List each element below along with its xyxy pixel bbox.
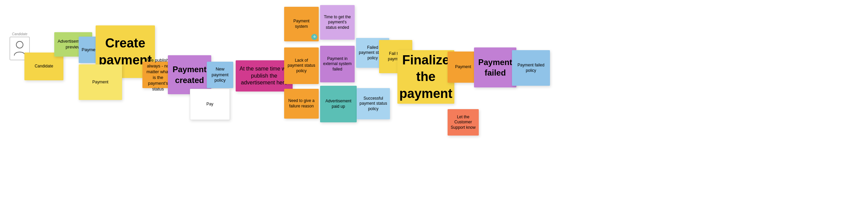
let-customer-support-sticky: Payment failed policy: [512, 50, 550, 86]
at-same-time-sticky: Pay: [190, 89, 230, 120]
new-payment-policy-sticky: Payment created: [168, 55, 211, 94]
candidate-label: Candidate: [12, 32, 27, 36]
successful-payment-status-sticky: Advertisement paid up: [320, 86, 357, 122]
lack-of-payment-sticky: Time to get the payment's status ended: [320, 5, 355, 40]
failed-payment-status-sticky: Payment in external system failed: [320, 46, 355, 82]
we-publish-sticky: Payment: [79, 64, 122, 100]
svg-point-0: [16, 41, 23, 48]
payment-finalized-sticky: Let the Customer Support know: [448, 109, 479, 136]
advertisement-preview-sticky: Candidate: [24, 53, 63, 80]
status-icon: ♻: [311, 34, 317, 40]
payment-external-sticky: Lack of payment status policy: [284, 47, 319, 84]
payment-failed-policy-sticky: Payment failed: [474, 47, 516, 87]
finalize-the-payment-sticky: Successful payment status policy: [357, 88, 390, 119]
pay-sticky: New payment policy: [207, 62, 233, 88]
advertisement-paid-up-sticky: Need to give a failure reason: [284, 89, 319, 119]
time-to-get-sticky: Payment system ♻: [284, 7, 319, 41]
payment-large-2-sticky: Finalize the payment: [397, 50, 454, 104]
